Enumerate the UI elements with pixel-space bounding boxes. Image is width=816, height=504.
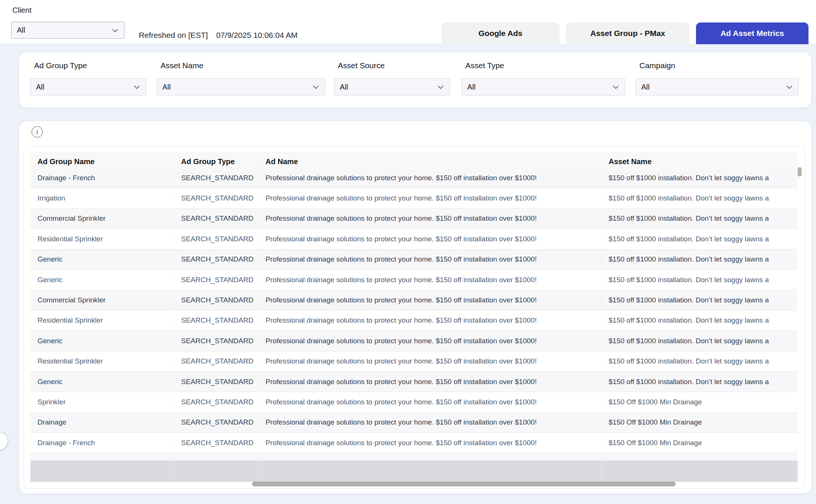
chevron-down-icon	[311, 82, 320, 91]
cell-asset-name: $150 off $1000 installation. Don’t let s…	[601, 255, 797, 263]
horizontal-scrollbar-thumb[interactable]	[252, 482, 676, 486]
filter-label: Ad Group Type	[34, 61, 87, 70]
column-header-ad-name[interactable]: Ad Name	[258, 157, 601, 166]
refresh-status: Refreshed on [EST]07/9/2025 10:06:04 AM	[139, 31, 298, 40]
table-row[interactable]: Generic SEARCH_STANDARD Professional dra…	[30, 372, 797, 392]
ad-asset-table-card: i Ad Group Name Ad Group Type Ad Name As…	[19, 121, 812, 494]
slicer-panel: Ad Group Type All Asset Name All Asset S…	[19, 52, 812, 108]
edge-floating-button[interactable]	[0, 432, 8, 450]
table-row[interactable]: Drainage - French SEARCH_STANDARD Profes…	[30, 171, 797, 188]
cell-ad-group-name: Drainage - French	[30, 174, 173, 182]
table-row[interactable]: Irrigation SEARCH_STANDARD Professional …	[30, 188, 797, 208]
cell-ad-group-name: Generic	[30, 255, 173, 263]
refresh-status-label: Refreshed on [EST]	[139, 31, 208, 39]
cell-asset-name: $150 off $1000 installation. Don’t let s…	[601, 235, 797, 243]
cell-ad-group-type: SEARCH_STANDARD	[173, 276, 258, 284]
cell-ad-group-name: Drainage - French	[30, 439, 173, 447]
tab-google-ads[interactable]: Google Ads	[441, 22, 560, 44]
cell-ad-name: Professional drainage solutions to prote…	[258, 337, 601, 345]
dropdown-value: All	[340, 83, 348, 91]
cell-ad-name: Professional drainage solutions to prote…	[258, 398, 601, 406]
cell-ad-group-name: Residential Sprinkler	[30, 357, 173, 365]
column-header-ad-group-name[interactable]: Ad Group Name	[30, 157, 173, 166]
asset-name-dropdown[interactable]: All	[157, 78, 325, 96]
vertical-scrollbar-thumb[interactable]	[798, 167, 802, 176]
asset-source-dropdown[interactable]: All	[334, 78, 450, 96]
table-row[interactable]: Generic SEARCH_STANDARD Professional dra…	[30, 331, 797, 351]
filter-group-asset-name: Asset Name All	[157, 52, 325, 108]
cell-ad-group-name: Residential Sprinkler	[30, 316, 173, 325]
cell-ad-group-type: SEARCH_STANDARD	[173, 357, 258, 365]
cell-ad-group-name: Drainage	[30, 418, 173, 426]
table-row[interactable]: Commercial Sprinkler SEARCH_STANDARD Pro…	[30, 290, 797, 310]
dropdown-value: All	[641, 83, 650, 91]
table-row[interactable]: Generic SEARCH_STANDARD Professional dra…	[30, 250, 797, 270]
column-divider	[258, 461, 258, 482]
filter-group-asset-type: Asset Type All	[462, 52, 625, 108]
filter-label: Asset Name	[160, 61, 203, 70]
cell-ad-name: Professional drainage solutions to prote…	[258, 439, 601, 447]
refresh-timestamp: 07/9/2025 10:06:04 AM	[216, 31, 297, 39]
filter-label: Asset Type	[465, 61, 504, 70]
cell-ad-group-type: SEARCH_STANDARD	[173, 316, 258, 325]
table-row[interactable]: Drainage SEARCH_STANDARD Professional dr…	[30, 413, 797, 433]
tab-asset-group-pmax[interactable]: Asset Group - PMax	[566, 22, 690, 44]
cell-ad-name: Professional drainage solutions to prote…	[258, 235, 601, 243]
column-header-asset-name[interactable]: Asset Name	[601, 157, 797, 166]
table-row[interactable]: Residential Sprinkler SEARCH_STANDARD Pr…	[30, 311, 797, 331]
chevron-down-icon	[111, 26, 120, 35]
cell-ad-group-type: SEARCH_STANDARD	[173, 337, 258, 345]
cell-asset-name: $150 off $1000 installation. Don’t let s…	[601, 276, 797, 284]
cell-ad-group-type: SEARCH_STANDARD	[173, 296, 258, 304]
table-row[interactable]: Commercial Sprinkler SEARCH_STANDARD Pro…	[30, 209, 797, 229]
chevron-down-icon	[611, 82, 620, 91]
ad-group-type-dropdown[interactable]: All	[30, 78, 146, 96]
report-tabs: Google Ads Asset Group - PMax Ad Asset M…	[441, 22, 808, 44]
table-row[interactable]: Generic SEARCH_STANDARD Professional dra…	[30, 270, 797, 290]
cell-ad-name: Professional drainage solutions to prote…	[258, 316, 601, 325]
column-divider	[174, 461, 174, 482]
cell-ad-group-type: SEARCH_STANDARD	[173, 418, 258, 426]
table-row[interactable]: Residential Sprinkler SEARCH_STANDARD Pr…	[30, 229, 797, 249]
cell-ad-group-type: SEARCH_STANDARD	[173, 255, 258, 263]
cell-ad-name: Professional drainage solutions to prote…	[258, 255, 601, 263]
table-panel: Ad Group Name Ad Group Type Ad Name Asse…	[24, 146, 805, 489]
column-header-ad-group-type[interactable]: Ad Group Type	[173, 157, 258, 166]
table-row[interactable]: Residential Sprinkler SEARCH_STANDARD Pr…	[30, 351, 797, 372]
tab-ad-asset-metrics[interactable]: Ad Asset Metrics	[696, 22, 808, 44]
cell-ad-name: Professional drainage solutions to prote…	[258, 357, 601, 365]
dropdown-value: All	[467, 83, 476, 91]
table-row[interactable]: Drainage - French SEARCH_STANDARD Profes…	[30, 433, 797, 453]
cell-ad-name: Professional drainage solutions to prote…	[258, 296, 601, 304]
table-header-row: Ad Group Name Ad Group Type Ad Name Asse…	[30, 152, 797, 171]
filter-group-ad-group-type: Ad Group Type All	[30, 52, 146, 108]
cell-asset-name: $150 Off $1000 Min Drainage	[601, 418, 797, 426]
table-content: Ad Group Name Ad Group Type Ad Name Asse…	[30, 152, 797, 488]
cell-asset-name: $150 Off $1000 Min Drainage	[601, 398, 797, 406]
asset-type-dropdown[interactable]: All	[462, 78, 625, 96]
client-filter-label: Client	[12, 6, 32, 15]
client-dropdown[interactable]: All	[11, 22, 124, 39]
info-icon[interactable]: i	[32, 126, 43, 138]
chevron-down-icon	[785, 82, 794, 91]
cell-ad-group-name: Commercial Sprinkler	[30, 214, 173, 223]
cell-ad-group-name: Generic	[30, 337, 173, 345]
cell-ad-group-type: SEARCH_STANDARD	[173, 194, 258, 202]
cell-asset-name: $150 off $1000 installation. Don’t let s…	[601, 378, 797, 386]
cell-asset-name: $150 off $1000 installation. Don’t let s…	[601, 174, 797, 182]
cell-ad-group-name: Commercial Sprinkler	[30, 296, 173, 304]
table-row[interactable]: Sprinkler SEARCH_STANDARD Professional d…	[30, 392, 797, 412]
cell-ad-group-type: SEARCH_STANDARD	[173, 235, 258, 243]
cell-asset-name: $150 off $1000 installation. Don’t let s…	[601, 296, 797, 304]
cell-asset-name: $150 Off $1000 Min Drainage	[601, 439, 797, 447]
filter-group-asset-source: Asset Source All	[334, 52, 450, 108]
cell-ad-name: Professional drainage solutions to prote…	[258, 194, 601, 202]
table-body: Drainage - French SEARCH_STANDARD Profes…	[30, 171, 797, 488]
cell-ad-group-name: Irrigation	[30, 194, 173, 202]
filter-group-campaign: Campaign All	[636, 52, 799, 108]
filter-label: Campaign	[639, 61, 675, 70]
top-bar: Client All Refreshed on [EST]07/9/2025 1…	[0, 0, 816, 44]
cell-ad-group-name: Generic	[30, 378, 173, 386]
cell-asset-name: $150 off $1000 installation. Don’t let s…	[601, 194, 797, 202]
campaign-dropdown[interactable]: All	[636, 78, 799, 96]
